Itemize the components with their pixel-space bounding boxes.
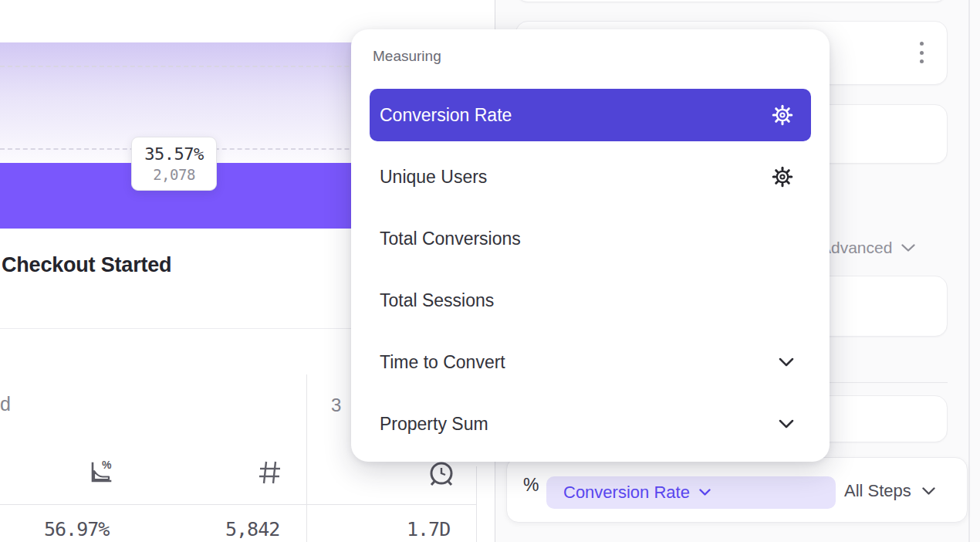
menu-item-label: Time to Convert bbox=[380, 352, 779, 373]
sidebar-scroll-rail bbox=[968, 0, 970, 542]
chevron-down-icon bbox=[779, 419, 794, 429]
percent-glyph: % bbox=[523, 475, 539, 496]
chevron-down-icon bbox=[922, 487, 935, 496]
menu-item-label: Total Conversions bbox=[380, 229, 794, 249]
tooltip-count: 2,078 bbox=[153, 166, 195, 183]
measure-chip[interactable]: Conversion Rate bbox=[546, 476, 836, 509]
menu-item-label: Conversion Rate bbox=[380, 105, 771, 126]
menu-item-label: Total Sessions bbox=[380, 290, 794, 311]
table-step-header-left: d bbox=[0, 393, 11, 415]
percent-glyph: % bbox=[102, 459, 112, 471]
menu-item-label: Property Sum bbox=[380, 414, 779, 435]
table-step-header-right: 3 bbox=[331, 395, 341, 416]
menu-item-label: Unique Users bbox=[380, 167, 771, 188]
menu-item-unique-users[interactable]: Unique Users bbox=[370, 151, 811, 203]
cell-avg-time: 1.7D bbox=[407, 518, 450, 540]
number-converted-icon bbox=[259, 460, 282, 485]
advanced-dropdown[interactable]: Advanced bbox=[820, 239, 915, 257]
chevron-down-icon bbox=[779, 357, 794, 367]
table-column-divider bbox=[476, 466, 477, 542]
cell-conversion-rate: 56.97% bbox=[44, 518, 109, 540]
menu-item-conversion-rate[interactable]: Conversion Rate bbox=[370, 89, 811, 141]
menu-item-time-to-convert[interactable]: Time to Convert bbox=[370, 336, 811, 388]
sidebar-card-top bbox=[515, 0, 948, 2]
table-row-divider bbox=[0, 504, 476, 505]
all-steps-dropdown[interactable]: All Steps bbox=[844, 481, 935, 501]
chevron-down-icon bbox=[699, 489, 711, 496]
menu-item-property-sum[interactable]: Property Sum bbox=[370, 398, 811, 450]
gear-icon[interactable] bbox=[771, 103, 794, 127]
chevron-down-icon bbox=[901, 244, 915, 252]
kebab-menu-icon[interactable] bbox=[920, 42, 924, 63]
menu-item-total-sessions[interactable]: Total Sessions bbox=[370, 274, 811, 327]
funnel-report-screen: 35.57% 2,078 Checkout Started d 3 % bbox=[0, 0, 980, 542]
measure-chip-label: Conversion Rate bbox=[563, 483, 690, 503]
funnel-tooltip: 35.57% 2,078 bbox=[131, 137, 217, 191]
table-column-divider bbox=[306, 374, 307, 542]
tooltip-conversion-rate: 35.57% bbox=[144, 144, 203, 164]
measuring-dropdown-menu: Measuring Conversion Rate Unique Users bbox=[351, 29, 830, 462]
cell-converted-count: 5,842 bbox=[225, 518, 279, 540]
gear-icon[interactable] bbox=[771, 165, 794, 188]
funnel-step-title: Checkout Started bbox=[2, 253, 171, 277]
menu-item-total-conversions[interactable]: Total Conversions bbox=[370, 212, 811, 265]
clock-icon bbox=[426, 459, 457, 489]
menu-section-label: Measuring bbox=[373, 48, 441, 65]
all-steps-label: All Steps bbox=[844, 481, 911, 501]
conversion-rate-icon: % bbox=[85, 457, 117, 489]
measured-as-card: % Conversion Rate All Steps bbox=[506, 457, 968, 523]
advanced-label: Advanced bbox=[820, 239, 892, 257]
